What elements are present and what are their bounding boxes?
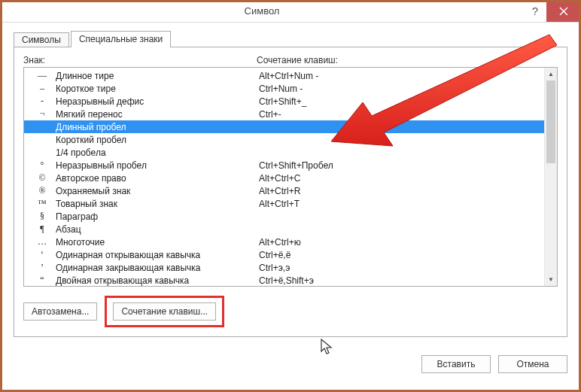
symbol-name: Короткое тире (56, 84, 259, 94)
symbol-glyph: ® (29, 185, 56, 196)
special-chars-list[interactable]: —Длинное тиреAlt+Ctrl+Num -–Короткое тир… (23, 67, 558, 287)
list-item[interactable]: Длинный пробел (24, 120, 544, 133)
scroll-up-button[interactable]: ▲ (545, 68, 557, 81)
list-item[interactable]: §Параграф (24, 210, 544, 223)
list-item[interactable]: …МноготочиеAlt+Ctrl+ю (24, 236, 544, 248)
symbol-shortcut: Alt+Ctrl+R (259, 186, 544, 196)
list-item[interactable]: ’Одинарная закрывающая кавычкаCtrl+э,э (24, 261, 544, 274)
symbol-name: Мягкий перенос (56, 109, 259, 120)
symbol-shortcut: Alt+Ctrl+Num - (259, 71, 544, 81)
shortcut-key-button[interactable]: Сочетание клавиш... (113, 302, 216, 321)
symbol-name: Многоточие (56, 237, 259, 248)
list-item[interactable]: ¬Мягкий переносCtrl+- (24, 108, 544, 120)
list-item[interactable]: °Неразрывный пробелCtrl+Shift+Пробел (24, 159, 544, 172)
highlight-annotation: Сочетание клавиш... (105, 296, 224, 327)
symbol-name: Авторское право (56, 173, 259, 184)
list-item[interactable]: ©Авторское правоAlt+Ctrl+C (24, 172, 544, 184)
list-item[interactable]: Короткий пробел (24, 133, 544, 146)
symbol-name: Неразрывный дефис (56, 96, 259, 107)
help-button[interactable]: ? (524, 0, 546, 22)
symbol-glyph: ‘ (29, 249, 56, 260)
symbol-shortcut: Ctrl+э,э (259, 263, 544, 273)
symbol-shortcut: Ctrl+ё,ё (259, 250, 544, 260)
symbol-shortcut: Alt+Ctrl+ю (259, 237, 544, 248)
symbol-shortcut: Alt+Ctrl+T (259, 199, 544, 209)
symbol-glyph: “ (29, 275, 56, 286)
symbol-glyph: © (29, 172, 56, 184)
tab-symbols[interactable]: Символы (14, 32, 69, 47)
symbol-glyph: ¶ (29, 223, 56, 235)
scrollbar[interactable]: ▲ ▼ (544, 68, 557, 286)
list-item[interactable]: ®Охраняемый знакAlt+Ctrl+R (24, 184, 544, 197)
symbol-shortcut: Ctrl+Num - (259, 84, 544, 94)
symbol-glyph: - (29, 96, 56, 107)
insert-button[interactable]: Вставить (421, 355, 491, 373)
column-header-sign: Знак: (23, 55, 257, 65)
titlebar: Символ ? (0, 0, 581, 23)
symbol-glyph: ™ (29, 198, 56, 209)
symbol-name: Товарный знак (56, 199, 259, 209)
symbol-glyph: … (29, 236, 56, 248)
symbol-glyph: ’ (29, 262, 56, 273)
symbol-shortcut: Alt+Ctrl+C (259, 173, 544, 184)
symbol-name: Короткий пробел (56, 135, 259, 145)
symbol-name: Охраняемый знак (56, 186, 259, 196)
tab-special-chars[interactable]: Специальные знаки (71, 31, 171, 47)
symbol-glyph: – (29, 83, 56, 94)
symbol-name: Одинарная закрывающая кавычка (56, 263, 259, 273)
symbol-name: Двойная открывающая кавычка (56, 275, 259, 286)
symbol-name: Параграф (56, 211, 259, 222)
list-item[interactable]: “Двойная открывающая кавычкаCtrl+ё,Shift… (24, 274, 544, 286)
list-item[interactable]: 1/4 пробела (24, 146, 544, 159)
symbol-name: Одинарная открывающая кавычка (56, 250, 259, 260)
symbol-glyph: ° (29, 160, 56, 171)
tab-panel-special: Знак: Сочетание клавиш: —Длинное тиреAlt… (14, 47, 567, 337)
column-header-shortcut: Сочетание клавиш: (257, 55, 338, 65)
scroll-down-button[interactable]: ▼ (545, 273, 557, 286)
symbol-name: 1/4 пробела (56, 147, 259, 158)
symbol-glyph: ¬ (29, 108, 56, 120)
symbol-name: Длинный пробел (56, 122, 259, 132)
symbol-glyph: — (29, 70, 56, 81)
list-item[interactable]: ™Товарный знакAlt+Ctrl+T (24, 197, 544, 210)
symbol-name: Длинное тире (56, 71, 259, 81)
symbol-shortcut: Ctrl+- (259, 109, 544, 120)
list-item[interactable]: -Неразрывный дефисCtrl+Shift+_ (24, 95, 544, 108)
window-title: Символ (0, 5, 524, 17)
autocorrect-button[interactable]: Автозамена... (23, 302, 97, 321)
symbol-name: Неразрывный пробел (56, 160, 259, 171)
symbol-name: Абзац (56, 224, 259, 235)
cancel-button[interactable]: Отмена (498, 355, 567, 373)
symbol-shortcut: Ctrl+ё,Shift+э (259, 275, 544, 286)
close-button[interactable] (546, 0, 581, 22)
symbol-dialog: Символ ? Символы Специальные знаки Знак:… (0, 0, 581, 392)
list-item[interactable]: —Длинное тиреAlt+Ctrl+Num - (24, 69, 544, 82)
list-item[interactable]: ‘Одинарная открывающая кавычкаCtrl+ё,ё (24, 248, 544, 261)
list-item[interactable]: –Короткое тиреCtrl+Num - (24, 82, 544, 95)
symbol-glyph: § (29, 211, 56, 222)
symbol-shortcut: Ctrl+Shift+_ (259, 96, 544, 107)
list-item[interactable]: ¶Абзац (24, 223, 544, 236)
symbol-shortcut: Ctrl+Shift+Пробел (259, 160, 544, 171)
scroll-thumb[interactable] (546, 81, 555, 163)
